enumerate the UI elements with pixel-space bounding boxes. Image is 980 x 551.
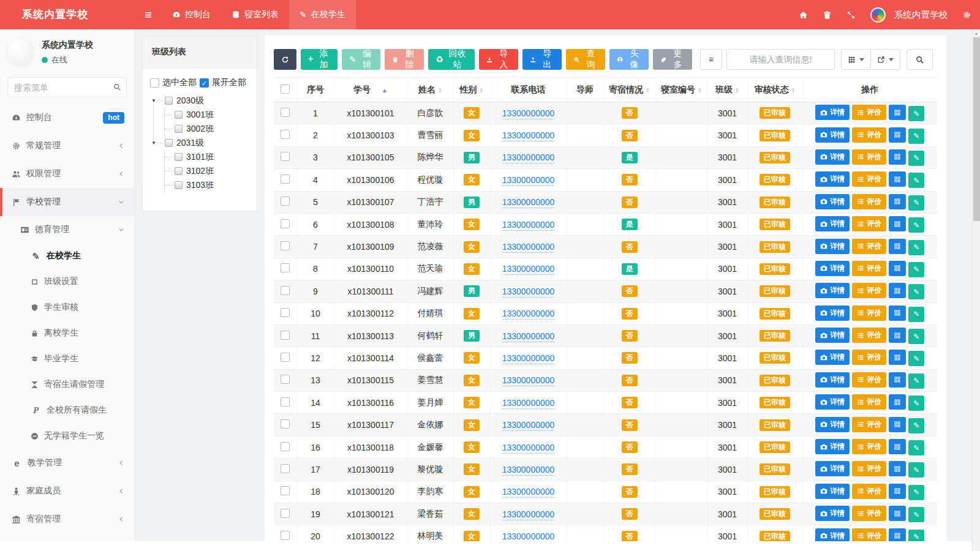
phone-link[interactable]: 13300000000 [502, 287, 555, 298]
edit-row-button[interactable]: ✎ [908, 151, 924, 166]
qrcode-button[interactable] [889, 528, 906, 541]
edit-row-button[interactable]: ✎ [908, 507, 924, 522]
toolbar-refresh-button[interactable] [274, 49, 296, 70]
sidebar-item[interactable]: e教学管理 [0, 449, 134, 477]
phone-link[interactable]: 13300000000 [502, 309, 555, 320]
table-header-cell[interactable]: 寝室编号▲▼ [655, 78, 707, 102]
toolbar-query-button[interactable]: 查询 [566, 49, 605, 70]
phone-link[interactable]: 13300000000 [502, 264, 555, 275]
phone-link[interactable]: 13300000000 [502, 152, 555, 163]
edit-row-button[interactable]: ✎ [908, 106, 924, 121]
evaluate-button[interactable]: 评价 [852, 283, 886, 298]
evaluate-button[interactable]: 评价 [852, 461, 886, 476]
scrollbar-thumb[interactable] [973, 37, 980, 221]
evaluate-button[interactable]: 评价 [852, 216, 886, 231]
sidebar-item[interactable]: 寄宿管理 [0, 505, 134, 533]
qrcode-button[interactable] [889, 105, 906, 120]
evaluate-button[interactable]: 评价 [852, 372, 886, 388]
check-all-checkbox[interactable] [150, 78, 159, 88]
columns-dropdown-button[interactable] [841, 49, 871, 70]
table-search-button[interactable] [907, 49, 933, 70]
row-checkbox[interactable] [281, 219, 290, 228]
evaluate-button[interactable]: 评价 [852, 506, 886, 521]
sidebar-item[interactable]: 无学籍学生一览 [0, 423, 134, 449]
qrcode-button[interactable] [889, 283, 906, 298]
detail-button[interactable]: 详情 [815, 305, 850, 321]
home-button[interactable] [799, 10, 808, 20]
evaluate-button[interactable]: 评价 [852, 394, 886, 410]
qrcode-button[interactable] [889, 194, 906, 209]
row-checkbox[interactable] [281, 397, 290, 407]
edit-row-button[interactable]: ✎ [908, 217, 924, 233]
qrcode-button[interactable] [889, 261, 906, 276]
row-checkbox[interactable] [281, 174, 290, 184]
sidebar-item[interactable]: 学生审核 [0, 294, 134, 320]
toolbar-recycle-button[interactable]: ♻回收站 [428, 49, 474, 70]
tree-checkbox[interactable] [175, 125, 183, 133]
edit-row-button[interactable]: ✎ [908, 262, 924, 277]
qrcode-button[interactable] [889, 484, 906, 499]
tree-node[interactable]: 3102班 [165, 164, 251, 178]
qrcode-button[interactable] [889, 372, 906, 388]
edit-row-button[interactable]: ✎ [908, 351, 924, 366]
phone-link[interactable]: 13300000000 [502, 220, 555, 231]
sidebar-item[interactable]: P全校所有请假生 [0, 397, 134, 423]
user-avatar[interactable] [870, 7, 886, 23]
toolbar-export-button[interactable]: 导出 [522, 49, 562, 70]
detail-button[interactable]: 详情 [815, 216, 850, 231]
phone-link[interactable]: 13300000000 [502, 465, 555, 476]
evaluate-button[interactable]: 评价 [852, 350, 886, 365]
evaluate-button[interactable]: 评价 [852, 261, 886, 276]
tree-node[interactable]: 3001班 [165, 108, 251, 122]
tree-checkbox[interactable] [175, 167, 183, 175]
detail-button[interactable]: 详情 [815, 372, 850, 388]
edit-row-button[interactable]: ✎ [908, 462, 924, 478]
row-checkbox[interactable] [281, 419, 290, 429]
phone-link[interactable]: 13300000000 [502, 242, 555, 253]
tree-checkbox[interactable] [175, 111, 183, 119]
detail-button[interactable]: 详情 [815, 149, 850, 165]
clear-cache-button[interactable] [823, 10, 832, 20]
sidebar-item[interactable]: ✎在校学生 [0, 243, 134, 269]
row-checkbox[interactable] [281, 442, 290, 451]
qrcode-button[interactable] [889, 127, 906, 143]
tree-node[interactable]: 3002班 [165, 122, 251, 136]
sort-icons[interactable]: ▲▼ [480, 87, 484, 93]
sort-icons[interactable]: ▲▼ [438, 87, 442, 93]
edit-row-button[interactable]: ✎ [908, 195, 924, 211]
edit-row-button[interactable]: ✎ [908, 418, 924, 433]
toolbar-menu-button[interactable]: ≡ [700, 49, 722, 70]
sidebar-item[interactable]: 控制台hot [0, 103, 134, 132]
row-checkbox[interactable] [281, 353, 290, 362]
phone-link[interactable]: 13300000000 [502, 531, 555, 541]
edit-row-button[interactable]: ✎ [908, 173, 924, 188]
sidebar-item[interactable]: 家庭成员 [0, 477, 134, 505]
table-header-cell[interactable]: 姓名▲▼ [407, 78, 453, 102]
navbar-tab[interactable]: ✎在校学生 [289, 0, 356, 29]
table-header-cell[interactable]: 寄宿情况▲▼ [603, 78, 655, 102]
detail-button[interactable]: 详情 [815, 528, 850, 541]
evaluate-button[interactable]: 评价 [852, 105, 886, 120]
detail-button[interactable]: 详情 [815, 350, 850, 365]
settings-button[interactable] [962, 10, 971, 20]
qrcode-button[interactable] [889, 439, 906, 454]
toolbar-delete-button[interactable]: 删除 [385, 49, 424, 70]
row-checkbox[interactable] [281, 263, 290, 272]
edit-row-button[interactable]: ✎ [908, 240, 924, 255]
scroll-up-icon[interactable]: ▲ [973, 31, 980, 36]
phone-link[interactable]: 13300000000 [502, 197, 555, 208]
sort-icons[interactable]: ▲▼ [698, 87, 702, 93]
edit-row-button[interactable]: ✎ [908, 329, 924, 344]
row-checkbox[interactable] [281, 130, 290, 139]
toolbar-edit-button[interactable]: ✎编辑 [342, 49, 380, 70]
detail-button[interactable]: 详情 [815, 127, 850, 143]
row-checkbox[interactable] [281, 464, 290, 473]
evaluate-button[interactable]: 评价 [852, 439, 886, 454]
row-checkbox[interactable] [281, 531, 290, 540]
detail-button[interactable]: 详情 [815, 506, 850, 521]
row-checkbox[interactable] [281, 197, 290, 206]
table-header-cell[interactable]: 审核状态▲▼ [747, 78, 802, 102]
toolbar-more-button[interactable]: 更多 [653, 49, 692, 70]
detail-button[interactable]: 详情 [815, 283, 850, 298]
edit-row-button[interactable]: ✎ [908, 440, 924, 455]
